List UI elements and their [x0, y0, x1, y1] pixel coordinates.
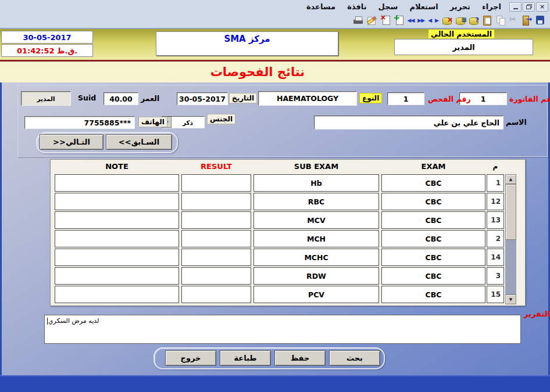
age-field[interactable]: 40.00	[103, 92, 138, 105]
table-cell-note[interactable]	[55, 267, 179, 285]
table-cell-result[interactable]	[181, 211, 251, 229]
table-cell-exam[interactable]: CBC	[381, 286, 485, 303]
table-cell-result[interactable]	[181, 267, 251, 285]
exam-no-field[interactable]: 1	[387, 92, 424, 105]
run-query-icon[interactable]	[454, 15, 466, 26]
page-title: نتائج الفحوصات	[210, 65, 305, 79]
table-cell-sub-exam[interactable]: PCV	[253, 286, 379, 303]
scrollbar-thumb[interactable]	[505, 184, 516, 240]
table-cell-exam[interactable]: CBC	[381, 174, 485, 192]
table-cell-result[interactable]	[181, 193, 251, 210]
move-last-icon[interactable]: ▶▶	[416, 15, 426, 26]
name-field[interactable]: الحاج علي بن علي	[314, 116, 503, 130]
edit-record-icon[interactable]	[366, 15, 378, 26]
table-cell-note[interactable]	[55, 193, 179, 210]
move-next-icon[interactable]: ▶	[434, 15, 440, 26]
table-cell-row-no: 12	[487, 193, 504, 210]
next-record-button[interactable]: >>التـالي	[40, 134, 103, 150]
cut-icon[interactable]	[508, 15, 520, 26]
scroll-up-button[interactable]: ▲	[505, 174, 516, 184]
table-cell-exam[interactable]: CBC	[381, 230, 485, 247]
table-cell-note[interactable]	[55, 286, 179, 303]
suid-label: Suid	[78, 93, 96, 102]
column-header-row-no: م	[487, 162, 504, 170]
menu-item-query[interactable]: استعلام	[405, 2, 442, 12]
search-button[interactable]: بحث	[329, 350, 380, 366]
table-cell-exam[interactable]: CBC	[381, 267, 485, 285]
gender-select[interactable]: ▼ ذكر	[162, 116, 205, 128]
table-cell-sub-exam[interactable]: RBC	[253, 193, 379, 210]
move-first-icon[interactable]: ◀◀	[406, 15, 415, 26]
menu-item-record[interactable]: سجل	[374, 2, 403, 12]
date-label: التاريخ	[229, 93, 257, 103]
table-cell-sub-exam[interactable]: MCHC	[253, 249, 379, 266]
paste-icon[interactable]	[481, 15, 493, 26]
report-textarea[interactable]: لديه مرض السكري	[44, 315, 521, 344]
date-field[interactable]: 30-05-2017	[177, 92, 228, 105]
menu-items: اجراء تحرير استعلام سجل نافذة مساعدة	[302, 2, 506, 12]
table-cell-row-no: 2	[487, 230, 504, 247]
type-label: النوع	[359, 93, 382, 103]
exam-no-label: رقم الفحص	[428, 95, 471, 103]
table-cell-row-no: 13	[487, 211, 504, 229]
table-cell-exam[interactable]: CBC	[381, 211, 485, 229]
gender-label: الجنس	[207, 114, 235, 124]
table-cell-result[interactable]	[181, 230, 251, 247]
invoice-no-label: رقم الفاتورة	[509, 95, 550, 103]
current-user-value: المدير	[394, 39, 533, 55]
table-cell-note[interactable]	[55, 174, 179, 192]
current-time: 01:42:52 ق.ظ.	[1, 44, 93, 57]
table-cell-exam[interactable]: CBC	[381, 193, 485, 210]
table-cell-note[interactable]	[55, 249, 179, 266]
table-cell-result[interactable]	[181, 249, 251, 266]
restore-icon	[526, 4, 532, 9]
save-icon[interactable]	[534, 15, 547, 26]
scroll-down-button[interactable]: ▼	[505, 294, 516, 304]
table-cell-row-no: 1	[487, 174, 504, 192]
phone-label: الهاتف	[138, 117, 167, 127]
menu-item-edit[interactable]: تحرير	[445, 2, 475, 12]
table-cell-sub-exam[interactable]: RDW	[253, 267, 379, 285]
menu-item-action[interactable]: اجراء	[477, 2, 506, 12]
menu-item-window[interactable]: نافذة	[342, 2, 371, 12]
exit-button[interactable]: خروج	[165, 350, 216, 366]
add-record-icon[interactable]	[392, 15, 405, 26]
copy-icon[interactable]	[494, 15, 506, 26]
phone-field[interactable]: 7755885***	[24, 116, 135, 129]
print-button[interactable]: طباعة	[220, 350, 271, 366]
table-cell-exam[interactable]: CBC	[381, 249, 485, 266]
column-header-result: RESULT	[181, 162, 251, 171]
table-cell-sub-exam[interactable]: MCV	[253, 211, 379, 229]
text-caret	[47, 318, 48, 325]
table-cell-sub-exam[interactable]: Hb	[253, 174, 379, 192]
table-cell-result[interactable]	[181, 174, 251, 192]
table-cell-row-no: 15	[487, 286, 504, 303]
close-button[interactable]: ×	[536, 2, 548, 12]
exit-icon[interactable]	[521, 15, 533, 26]
suid-field: المدير	[21, 91, 71, 106]
previous-record-button[interactable]: <<السـابق	[106, 134, 172, 150]
table-cell-sub-exam[interactable]: MCH	[253, 230, 379, 247]
header-band: 30-05-2017 01:42:52 ق.ظ. مركز SMA المستخ…	[0, 29, 550, 60]
table-cell-note[interactable]	[55, 230, 179, 247]
gender-value: ذكر	[172, 117, 204, 128]
restore-button[interactable]	[523, 2, 535, 12]
type-field[interactable]: HAEMATOLOGY	[258, 91, 357, 106]
move-previous-icon[interactable]: ◀	[427, 15, 433, 26]
column-header-exam: EXAM	[381, 162, 485, 171]
delete-record-icon[interactable]	[379, 15, 391, 26]
toolbar: ◀◀ ▶▶ ◀ ▶	[0, 13, 550, 29]
table-cell-note[interactable]	[55, 211, 179, 229]
age-label: العمر	[141, 94, 159, 103]
title-band: نتائج الفحوصات	[0, 62, 550, 82]
query-help-icon[interactable]	[467, 15, 480, 26]
delete-query-icon[interactable]	[441, 15, 453, 26]
printer-icon[interactable]	[352, 15, 365, 26]
minimize-button[interactable]	[509, 2, 522, 12]
table-cell-row-no: 3	[487, 267, 504, 285]
table-cell-row-no: 14	[487, 249, 504, 266]
menu-item-help[interactable]: مساعدة	[302, 2, 340, 12]
save-button[interactable]: حفظ	[274, 350, 326, 366]
scrollbar-track[interactable]	[505, 240, 516, 294]
table-cell-result[interactable]	[181, 286, 251, 303]
